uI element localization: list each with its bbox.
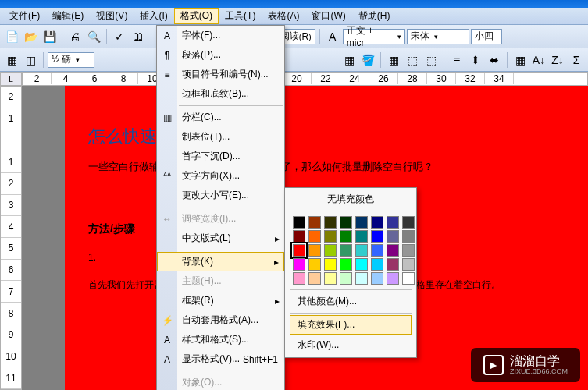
format-menu-item[interactable]: A字体(F)... [157,26,284,45]
menu-view[interactable]: 视图(V) [90,8,134,24]
open-icon[interactable]: 📂 [22,28,39,45]
split-icon[interactable]: ⬚ [422,51,440,69]
color-swatch[interactable] [308,258,321,271]
spelling-icon[interactable]: ✓ [111,28,128,45]
color-swatch[interactable] [371,258,383,271]
ruler-horizontal[interactable]: 246810121416182022242628303234 [22,72,588,86]
menu-item-label: 文字方向(X)... [182,169,240,183]
menu-item-icon: A [161,334,173,346]
color-swatch[interactable] [308,230,321,243]
insert-table-icon[interactable]: ▦ [385,51,402,69]
align-icon[interactable]: ≡ [448,51,465,69]
color-swatch[interactable] [308,244,321,257]
color-swatch[interactable] [387,230,399,243]
format-menu-item[interactable]: 制表位(T)... [157,127,284,147]
color-swatch[interactable] [324,244,337,257]
color-swatch[interactable] [324,230,337,243]
new-doc-icon[interactable]: 📄 [3,28,20,45]
color-swatch[interactable] [387,272,399,285]
color-swatch[interactable] [324,216,337,229]
style-icon[interactable]: A [324,28,341,45]
fill-icon[interactable]: 🪣 [359,51,376,69]
color-swatch[interactable] [402,230,415,243]
color-swatch[interactable] [293,216,305,229]
format-menu-item[interactable]: ¶段落(P)... [157,45,284,65]
distribute-cols-icon[interactable]: ⬌ [486,51,503,69]
color-swatch[interactable] [371,244,383,257]
color-swatch[interactable] [340,216,352,229]
color-swatch[interactable] [387,216,399,229]
format-menu-item[interactable]: A显示格式(V)...Shift+F1 [157,349,284,369]
autosum-icon[interactable]: Σ [568,51,585,69]
menu-format[interactable]: 格式(O) [174,8,219,24]
format-menu-item[interactable]: 中文版式(L) [157,229,284,248]
eraser-icon[interactable]: ◫ [22,51,39,69]
format-menu-item[interactable]: ▥分栏(C)... [157,108,284,127]
color-swatch[interactable] [402,258,415,271]
format-menu-item[interactable]: ≡项目符号和编号(N)... [157,65,284,84]
color-swatch[interactable] [355,230,368,243]
menu-help[interactable]: 帮助(H) [352,8,397,24]
format-menu-item[interactable]: 背景(K) [157,252,284,271]
color-swatch[interactable] [387,258,399,271]
format-menu-item[interactable]: 首字下沉(D)... [157,147,284,166]
format-menu-item[interactable]: A样式和格式(S)... [157,330,284,349]
menu-table[interactable]: 表格(A) [262,8,305,24]
format-menu-item[interactable]: ᴬᴬ文字方向(X)... [157,166,284,186]
menu-window[interactable]: 窗口(W) [305,8,351,24]
font-size-combo[interactable]: 小四 [471,29,502,44]
color-swatch[interactable] [293,244,305,257]
menu-tools[interactable]: 工具(T) [219,8,262,24]
no-fill-color[interactable]: 无填充颜色 [287,190,415,209]
format-menu-item: 主题(H)... [157,271,284,291]
format-menu-item[interactable]: 更改大小写(E)... [157,186,284,205]
color-swatch[interactable] [402,272,415,285]
save-icon[interactable]: 💾 [41,28,58,45]
color-swatch[interactable] [355,216,368,229]
color-swatch[interactable] [340,258,352,271]
color-swatch[interactable] [355,272,368,285]
color-swatch[interactable] [340,272,352,285]
color-swatch[interactable] [387,244,399,257]
draw-table-icon[interactable]: ▦ [3,51,20,69]
color-swatch[interactable] [293,230,305,243]
color-swatch[interactable] [402,244,415,257]
color-swatch[interactable] [324,272,337,285]
line-weight-combo[interactable]: ½ 磅▾ [48,52,94,68]
autofit-icon[interactable]: ▦ [511,51,529,69]
color-swatch[interactable] [371,230,383,243]
color-swatch[interactable] [308,272,321,285]
format-menu-item[interactable]: 边框和底纹(B)... [157,84,284,104]
more-colors-item[interactable]: 其他颜色(M)... [290,292,412,311]
border-icon[interactable]: ▦ [340,51,358,69]
preview-icon[interactable]: 🔍 [85,28,102,45]
menu-file[interactable]: 文件(F) [3,8,46,24]
sort-asc-icon[interactable]: A↓ [530,51,547,69]
color-swatch[interactable] [293,272,305,285]
format-menu-item[interactable]: ⚡自动套用格式(A)... [157,310,284,330]
watermark-item[interactable]: 水印(W)... [290,335,412,355]
color-swatch[interactable] [355,244,368,257]
print-icon[interactable]: 🖨 [66,28,84,45]
color-swatch[interactable] [340,230,352,243]
menu-insert[interactable]: 插入(I) [134,8,173,24]
color-swatch[interactable] [371,272,383,285]
separator [106,29,107,44]
fill-effects-item[interactable]: 填充效果(F)... [290,315,412,335]
merge-icon[interactable]: ⬚ [404,51,421,69]
color-swatch[interactable] [308,216,321,229]
font-combo[interactable]: 宋体▾ [407,29,469,44]
color-swatch[interactable] [371,216,383,229]
menu-edit[interactable]: 编辑(E) [46,8,90,24]
research-icon[interactable]: 🕮 [130,28,147,45]
sort-desc-icon[interactable]: Z↓ [549,51,566,69]
color-swatch[interactable] [355,258,368,271]
style-combo[interactable]: 正文 + micr▾ [343,29,405,44]
color-swatch[interactable] [324,258,337,271]
color-swatch[interactable] [402,216,415,229]
format-menu-item[interactable]: 框架(R) [157,291,284,310]
color-swatch[interactable] [293,258,305,271]
distribute-rows-icon[interactable]: ⬍ [467,51,484,69]
ruler-vertical[interactable]: 211234567891011 [0,86,22,390]
color-swatch[interactable] [340,244,352,257]
